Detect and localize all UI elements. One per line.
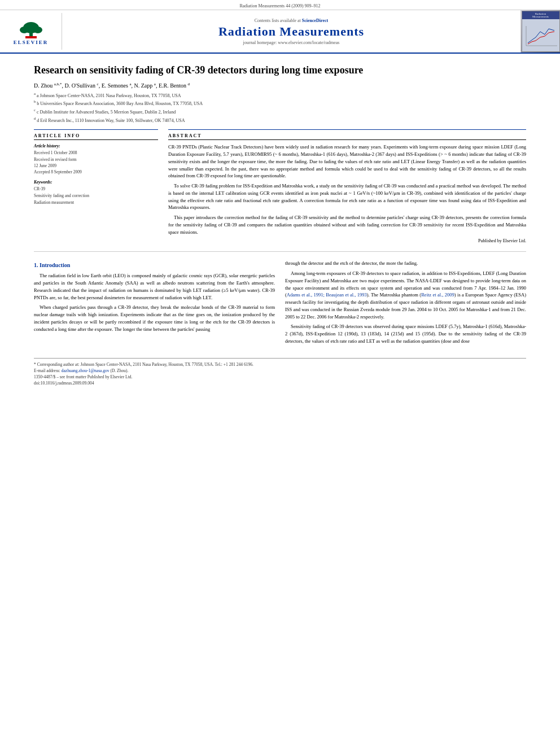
intro-para-3: through the detector and the etch of the… — [285, 260, 526, 267]
email-address[interactable]: dazhuang.zhou-1@nasa.gov — [62, 368, 110, 373]
cover-top: RadiationMeasurements — [522, 11, 559, 19]
footer: * Corresponding author at: Johnson Space… — [34, 358, 526, 386]
email-label: E-mail address: — [34, 368, 60, 373]
keyword-fading: Sensitivity fading and correction — [34, 193, 158, 199]
elsevier-tree-icon — [14, 18, 48, 39]
article-info-abstract-section: ARTICLE INFO Article history: Received 1… — [34, 129, 526, 243]
author-d-zhou: D. Zhou a,b,*, D. O'Sullivan c, E. Semon… — [34, 82, 190, 89]
abstract-para-3: This paper introduces the correction met… — [168, 214, 526, 235]
received-date-1: Received 1 October 2008 — [34, 150, 158, 156]
abstract-col: ABSTRACT CR-39 PNTDs (Plastic Nuclear Tr… — [168, 129, 526, 243]
received-revised-label: Received in revised form — [34, 156, 158, 163]
corresponding-note: * Corresponding author at: Johnson Space… — [34, 362, 526, 367]
keywords-block: Keywords: CR-39 Sensitivity fading and c… — [34, 180, 158, 206]
doi-note: doi:10.1016/j.radmeas.2009.09.004 — [34, 381, 526, 386]
published-by: Published by Elsevier Ltd. — [168, 238, 526, 243]
svg-point-3 — [20, 27, 29, 33]
journal-cover-image: RadiationMeasurements — [520, 10, 560, 53]
journal-citation: Radiation Measurements 44 (2009) 909–912 — [239, 3, 320, 8]
article-info-label: ARTICLE INFO — [34, 133, 158, 140]
article-title: Research on sensitivity fading of CR-39 … — [34, 64, 526, 77]
journal-title: Radiation Measurements — [62, 24, 520, 39]
sciencedirect-link[interactable]: ScienceDirect — [302, 18, 329, 23]
article-info-col: ARTICLE INFO Article history: Received 1… — [34, 129, 158, 243]
body-right-col: through the detector and the etch of the… — [285, 260, 526, 347]
elsevier-wordmark: ELSEVIER — [14, 40, 49, 45]
journal-header: Radiation Measurements 44 (2009) 909–912 — [0, 0, 560, 10]
keyword-cr39: CR-39 — [34, 186, 158, 193]
elsevier-logo-area: ELSEVIER — [0, 13, 62, 50]
affiliation-a: a a Johnson Space Center-NASA, 2101 Nasa… — [34, 91, 526, 99]
email-note: E-mail address: dazhuang.zhou-1@nasa.gov… — [34, 368, 526, 373]
section1-number: 1. — [34, 262, 38, 268]
intro-para-4: Among long-term exposures of CR-39 detec… — [285, 270, 526, 320]
journal-banner: ELSEVIER Contents lists available at Sci… — [0, 10, 560, 54]
cover-sim: RadiationMeasurements — [522, 11, 560, 52]
svg-rect-5 — [25, 36, 37, 38]
keywords-label: Keywords: — [34, 180, 158, 185]
intro-para-1: The radiation field in low Earth orbit (… — [34, 272, 275, 301]
affiliations: a a Johnson Space Center-NASA, 2101 Nasa… — [34, 91, 526, 124]
keyword-radiation: Radiation measurement — [34, 199, 158, 206]
ref-reitz[interactable]: Reitz et al., 2009 — [421, 292, 454, 298]
email-suffix: (D. Zhou). — [110, 368, 128, 373]
authors-line: D. Zhou a,b,*, D. O'Sullivan c, E. Semon… — [34, 81, 526, 88]
abstract-label: ABSTRACT — [168, 133, 526, 140]
section-divider — [34, 251, 526, 252]
journal-homepage: journal homepage: www.elsevier.com/locat… — [62, 40, 520, 45]
contents-available-label: Contents lists available at — [255, 18, 301, 23]
abstract-text: CR-39 PNTDs (Plastic Nuclear Track Detec… — [168, 143, 526, 235]
abstract-para-2: To solve CR-39 fading problem for ISS-Ex… — [168, 182, 526, 211]
section1-title: Introduction — [40, 262, 70, 268]
ref-adams[interactable]: Adams et al., 1991; Beaujean et al., 199… — [287, 292, 367, 298]
intro-para-5: Sensitivity fading of CR-39 detectors wa… — [285, 323, 526, 344]
cover-body — [522, 19, 559, 51]
accepted-date: Accepted 8 September 2009 — [34, 169, 158, 175]
body-left-col: 1. Introduction The radiation field in l… — [34, 260, 275, 347]
cover-chart — [523, 20, 559, 50]
abstract-para-1: CR-39 PNTDs (Plastic Nuclear Track Detec… — [168, 143, 526, 180]
issn-note: 1350-4487/$ – see front matter Published… — [34, 374, 526, 379]
section1-heading: 1. Introduction — [34, 261, 275, 269]
introduction-section: 1. Introduction The radiation field in l… — [34, 260, 526, 347]
history-label: Article history: — [34, 143, 158, 148]
received-revised-date: 12 June 2009 — [34, 163, 158, 169]
elsevier-box: ELSEVIER — [14, 18, 49, 45]
banner-center: Contents lists available at ScienceDirec… — [62, 14, 520, 50]
svg-rect-6 — [523, 20, 559, 50]
affiliation-b: b b Universities Space Research Associat… — [34, 99, 526, 107]
svg-point-4 — [33, 27, 42, 33]
intro-para-2: When charged particles pass through a CR… — [34, 304, 275, 333]
main-content: Research on sensitivity fading of CR-39 … — [0, 54, 560, 397]
corresponding-note-text: * Corresponding author at: Johnson Space… — [34, 362, 253, 367]
sciencedirect-line: Contents lists available at ScienceDirec… — [62, 18, 520, 23]
affiliation-c: c c Dublin Institute for Advanced Studie… — [34, 107, 526, 116]
article-history-block: Article history: Received 1 October 2008… — [34, 143, 158, 175]
affiliation-d: d d Eril Research Inc., 1110 Innovation … — [34, 116, 526, 124]
